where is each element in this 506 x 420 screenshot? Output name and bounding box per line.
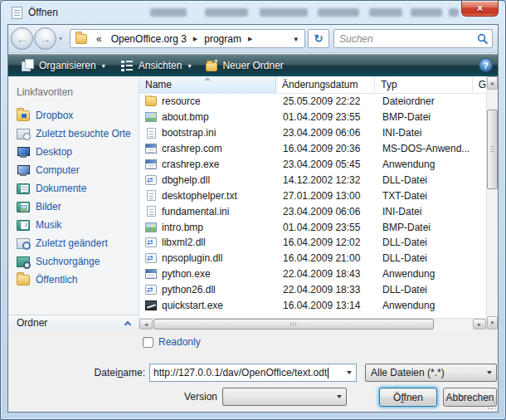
file-name: quickstart.exe	[162, 300, 223, 311]
folders-band-label: Ordner	[17, 317, 47, 329]
sidebar-item-bilder[interactable]: Bilder	[8, 198, 139, 216]
sidebar-item-label: Bilder	[36, 201, 61, 212]
file-name-cell: python26.dll	[139, 284, 277, 295]
app-icon	[145, 269, 157, 279]
file-row[interactable]: bootstrap.ini23.04.2009 06:06INI-Datei	[139, 125, 486, 141]
help-button[interactable]: ?	[479, 58, 493, 72]
file-row[interactable]: intro.bmp01.04.2009 23:55BMP-Datei	[139, 219, 486, 235]
column-header-label: Typ	[381, 79, 397, 90]
file-name: about.bmp	[162, 111, 209, 123]
dll-icon	[145, 253, 157, 263]
filetype-select[interactable]: Alle Dateien (*.*)	[365, 364, 497, 382]
sidebar-item-suchvorgange[interactable]: Suchvorgänge	[8, 252, 139, 271]
scroll-left-button[interactable]: ◄	[139, 319, 153, 330]
sidebar-item-desktop[interactable]: Desktop	[8, 143, 139, 161]
column-header-typ[interactable]: Typ	[375, 76, 472, 93]
file-type: Anwendung	[377, 268, 474, 280]
address-dropdown[interactable]: ▾	[289, 35, 303, 43]
search-input[interactable]	[338, 31, 474, 46]
recent-pages-dropdown[interactable]: ▾	[59, 35, 62, 42]
background-window-blur	[150, 8, 187, 17]
computer-icon	[17, 165, 30, 176]
sidebar-item-label: Öffentlich	[36, 274, 77, 286]
caret-down-icon: ▾	[187, 61, 191, 70]
neuer-ordner-button[interactable]: Neuer Ordner	[198, 56, 290, 75]
documents-icon	[17, 183, 30, 194]
file-name: python.exe	[162, 268, 211, 280]
column-header-name[interactable]: Name	[139, 76, 276, 93]
file-row[interactable]: resource25.05.2009 22:22Dateiordner	[139, 94, 486, 110]
app-icon	[145, 159, 157, 169]
sidebar-item-computer[interactable]: Computer	[8, 161, 139, 179]
file-row[interactable]: about.bmp01.04.2009 23:55BMP-Datei	[139, 110, 486, 125]
address-bar[interactable]: « OpenOffice.org 3▶program▶ ▾	[70, 29, 305, 48]
search-box	[333, 29, 493, 48]
folders-band[interactable]: Ordner	[8, 315, 139, 330]
scroll-up-button[interactable]: ▲	[487, 76, 498, 90]
title-bar[interactable]: Öffnen ×	[1, 1, 505, 24]
back-button[interactable]: ←	[11, 27, 33, 50]
refresh-button[interactable]: ↻	[308, 29, 329, 48]
dropbox-folder-icon	[17, 110, 30, 121]
file-row[interactable]: python.exe22.04.2009 18:43Anwendung	[139, 266, 486, 282]
sidebar-item-dropbox[interactable]: Dropbox	[8, 106, 139, 125]
file-row[interactable]: fundamental.ini23.04.2009 06:06INI-Datei	[139, 203, 486, 219]
column-header-label: Änderungsdatum	[282, 79, 358, 90]
organize-icon	[21, 60, 34, 71]
column-header-g[interactable]: G	[473, 76, 486, 93]
file-row[interactable]: crashrep.exe23.04.2009 05:45Anwendung	[139, 157, 486, 173]
breadcrumb-separator[interactable]: ▶	[246, 36, 254, 42]
column-header-anderungsdatum[interactable]: Änderungsdatum	[276, 76, 375, 93]
horizontal-scroll-thumb[interactable]	[153, 319, 434, 330]
file-row[interactable]: quickstart.exe16.04.2009 13:14Anwendung	[139, 298, 486, 314]
refresh-icon: ↻	[314, 32, 324, 45]
filename-input[interactable]: http://127.0.0.1/dav/OpenOffice/text.odt	[149, 364, 357, 382]
sidebar-item-offentlich[interactable]: Öffentlich	[8, 271, 139, 289]
scroll-right-button[interactable]: ►	[473, 319, 486, 330]
file-row[interactable]: libxml2.dll16.04.2009 12:02DLL-Datei	[139, 235, 486, 251]
file-type: Anwendung	[377, 159, 474, 170]
sidebar-item-zuletzt-besuchte-orte[interactable]: Zuletzt besuchte Orte	[8, 125, 139, 143]
filename-dropdown[interactable]	[342, 364, 356, 381]
breadcrumb-overflow[interactable]: «	[92, 33, 106, 45]
close-button[interactable]: ×	[461, 1, 499, 17]
file-name: npsoplugin.dll	[162, 252, 222, 264]
breadcrumb-segment[interactable]: OpenOffice.org 3	[106, 33, 192, 45]
toolbar-button-label: Organisieren	[39, 60, 96, 71]
readonly-checkbox[interactable]	[143, 337, 153, 348]
file-name-cell: crashrep.com	[139, 143, 277, 154]
sidebar-item-zuletzt-geandert[interactable]: Zuletzt geändert	[8, 234, 139, 252]
file-row[interactable]: npsoplugin.dll16.04.2009 21:00DLL-Datei	[139, 251, 486, 266]
favorites-header: Linkfavoriten	[17, 86, 73, 98]
file-row[interactable]: python26.dll22.04.2009 18:33DLL-Datei	[139, 282, 486, 298]
sidebar-item-dokumente[interactable]: Dokumente	[8, 179, 139, 198]
cancel-button[interactable]: Abbrechen	[443, 388, 497, 407]
sidebar-item-label: Zuletzt besuchte Orte	[36, 128, 131, 139]
file-date: 22.04.2009 18:33	[277, 284, 377, 295]
sidebar-item-musik[interactable]: Musik	[8, 216, 139, 234]
ansichten-button[interactable]: Ansichten▾	[113, 56, 199, 75]
file-date: 16.04.2009 21:00	[277, 252, 377, 264]
organisieren-button[interactable]: Organisieren▾	[13, 56, 113, 75]
forward-button[interactable]: →	[34, 27, 56, 50]
caret-down-icon	[487, 371, 492, 374]
column-header-label: G	[479, 79, 486, 90]
scroll-down-button[interactable]: ▼	[487, 316, 498, 330]
file-row[interactable]: desktophelper.txt27.01.2009 13:00TXT-Dat…	[139, 188, 486, 203]
file-row[interactable]: dbghelp.dll14.12.2002 12:32DLL-Datei	[139, 172, 486, 188]
file-type: Anwendung	[377, 300, 474, 311]
vertical-scrollbar[interactable]: ▲ ▼	[486, 76, 498, 330]
version-select[interactable]	[222, 388, 347, 406]
background-window-blur	[205, 8, 248, 17]
file-row[interactable]: crashrep.com16.04.2009 20:36MS-DOS-Anwen…	[139, 141, 486, 157]
breadcrumb-separator[interactable]: ▶	[192, 36, 199, 42]
open-button[interactable]: Öffnen	[379, 388, 437, 407]
back-arrow-icon: ←	[17, 32, 28, 46]
content-area: Linkfavoriten DropboxZuletzt besuchte Or…	[8, 76, 498, 330]
vertical-scroll-thumb[interactable]	[487, 110, 498, 189]
horizontal-scrollbar[interactable]: ◄ ►	[139, 318, 486, 330]
breadcrumb-segment[interactable]: program	[199, 33, 246, 45]
file-date: 22.04.2009 18:43	[277, 268, 377, 280]
dll-icon	[145, 175, 157, 185]
file-name-cell: libxml2.dll	[139, 237, 277, 248]
